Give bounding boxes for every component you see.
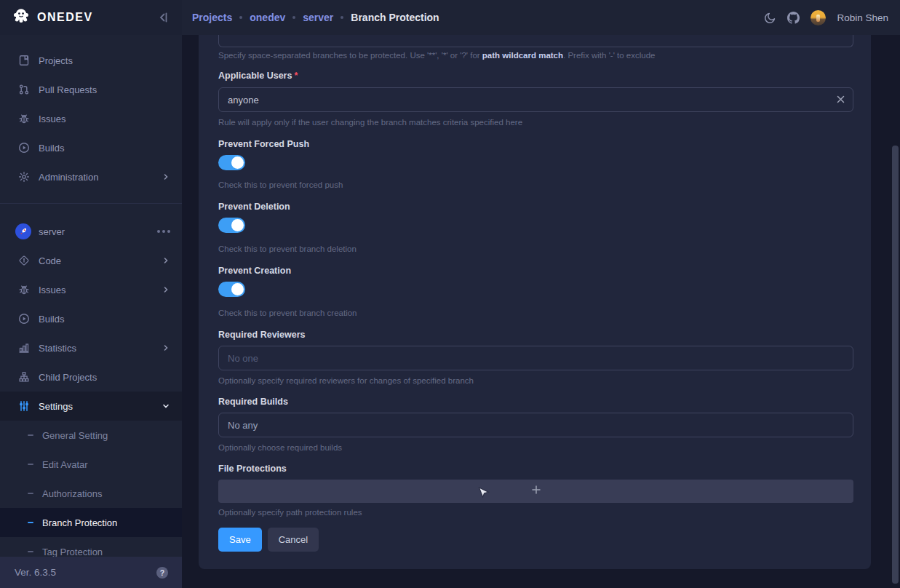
toggle-knob [231,156,244,169]
sidebar-item-child-projects[interactable]: Child Projects [0,362,182,392]
required-builds-help: Optionally choose required builds [218,442,853,453]
sidebar-collapse-icon[interactable] [157,11,170,24]
dash-bullet [28,522,33,523]
required-reviewers-label: Required Reviewers [218,330,853,340]
toggle-knob [231,219,244,231]
file-protections-add-bar[interactable] [218,480,853,503]
app-title: ONEDEV [37,11,93,24]
top-header: ONEDEV Projects onedev server Branch Pro… [0,0,900,35]
sidebar-item-builds[interactable]: Builds [0,133,182,162]
bar-chart-icon [17,342,30,354]
required-marker: * [294,71,298,81]
required-reviewers-input[interactable] [218,346,853,370]
required-builds-input[interactable] [218,413,853,437]
applicable-users-label: Applicable Users* [218,71,853,81]
header-actions: Robin Shen [764,10,888,25]
sidebar-subitem-edit-avatar[interactable]: Edit Avatar [0,450,182,479]
prevent-creation-help: Check this to prevent branch creation [218,308,853,318]
required-reviewers-help: Optionally specify required reviewers fo… [218,376,853,386]
sidebar-footer: Ver. 6.3.5 ? [0,557,182,588]
sidebar-item-project-builds[interactable]: Builds [0,304,182,333]
sitemap-icon [17,371,30,383]
gear-icon [17,171,30,183]
prevent-deletion-toggle[interactable] [218,218,245,233]
onedev-logo-icon [12,7,31,28]
sidebar-main-nav: Projects Pull Requests Issues [0,46,182,191]
required-builds-label: Required Builds [218,397,853,407]
sidebar-header: ONEDEV [0,0,182,35]
sidebar-item-statistics[interactable]: Statistics [0,333,182,362]
dash-bullet [28,493,33,494]
sidebar-subitem-authorizations[interactable]: Authorizations [0,479,182,508]
chevron-down-icon [162,402,170,410]
sidebar-project-nav: server Code Issues [0,217,182,566]
chevron-right-icon [162,256,170,265]
sidebar-item-projects[interactable]: Projects [0,46,182,75]
file-protections-label: File Protections [218,464,853,474]
sidebar-item-settings[interactable]: Settings [0,392,182,421]
toggle-knob [231,283,244,295]
dash-bullet [28,464,33,465]
sidebar-subitem-general-setting[interactable]: General Setting [0,421,182,450]
prevent-forced-push-toggle[interactable] [218,155,245,170]
ellipsis-icon[interactable] [157,230,170,233]
prevent-creation-label: Prevent Creation [218,266,853,276]
bug-icon [17,284,30,295]
sidebar-item-issues[interactable]: Issues [0,104,182,133]
user-avatar[interactable] [811,10,826,25]
play-circle-icon [17,142,30,154]
plus-icon [531,485,541,498]
branch-protection-form-card: Specify space-separated branches to be p… [199,35,871,569]
breadcrumb-server[interactable]: server [303,12,333,23]
sidebar: Projects Pull Requests Issues [0,35,182,588]
mouse-cursor [478,487,490,503]
breadcrumb-projects[interactable]: Projects [192,12,232,23]
dark-mode-moon-icon[interactable] [764,12,776,24]
prevent-forced-push-help: Check this to prevent forced push [218,180,853,190]
breadcrumb: Projects onedev server Branch Protection [192,12,439,23]
sidebar-divider [0,203,182,204]
sidebar-subitem-branch-protection[interactable]: Branch Protection [0,508,182,537]
chevron-right-icon [162,343,170,352]
path-wildcard-link[interactable]: path wildcard match [482,51,563,60]
pull-request-icon [17,84,30,95]
user-name[interactable]: Robin Shen [837,12,888,23]
prevent-deletion-label: Prevent Deletion [218,202,853,212]
branches-input-partial[interactable] [218,35,853,47]
applicable-users-input[interactable] [218,87,853,112]
sidebar-project-row[interactable]: server [0,217,182,246]
chevron-right-icon [162,285,170,294]
rocket-avatar [15,223,31,239]
svg-text:?: ? [160,568,164,576]
breadcrumb-current: Branch Protection [351,12,439,23]
clear-icon[interactable] [836,95,845,104]
github-icon[interactable] [787,12,800,24]
breadcrumb-separator [341,16,343,19]
sidebar-item-administration[interactable]: Administration [0,162,182,191]
sidebar-item-pull-requests[interactable]: Pull Requests [0,75,182,104]
version-label: Ver. 6.3.5 [15,567,56,578]
prevent-creation-toggle[interactable] [218,282,245,297]
sidebar-item-code[interactable]: Code [0,246,182,275]
chevron-right-icon [162,172,170,181]
app-brand[interactable]: ONEDEV [12,7,93,28]
cancel-button[interactable]: Cancel [268,528,319,552]
vertical-scrollbar[interactable] [892,146,899,584]
breadcrumb-separator [292,16,295,19]
help-question-icon[interactable]: ? [156,566,169,579]
save-button[interactable]: Save [218,528,262,552]
main-content: Specify space-separated branches to be p… [182,35,900,588]
breadcrumb-onedev[interactable]: onedev [250,12,285,23]
git-icon [17,255,30,266]
book-icon [17,55,30,66]
dash-bullet [28,551,33,552]
project-name: server [39,226,157,237]
form-actions: Save Cancel [218,528,853,552]
play-circle-icon [17,313,30,325]
applicable-users-help: Rule will apply only if the user changin… [218,117,853,127]
sidebar-item-project-issues[interactable]: Issues [0,275,182,304]
breadcrumb-separator [239,16,242,19]
sliders-icon [17,400,30,412]
prevent-forced-push-label: Prevent Forced Push [218,139,853,149]
file-protections-help: Optionally specify path protection rules [218,507,853,517]
